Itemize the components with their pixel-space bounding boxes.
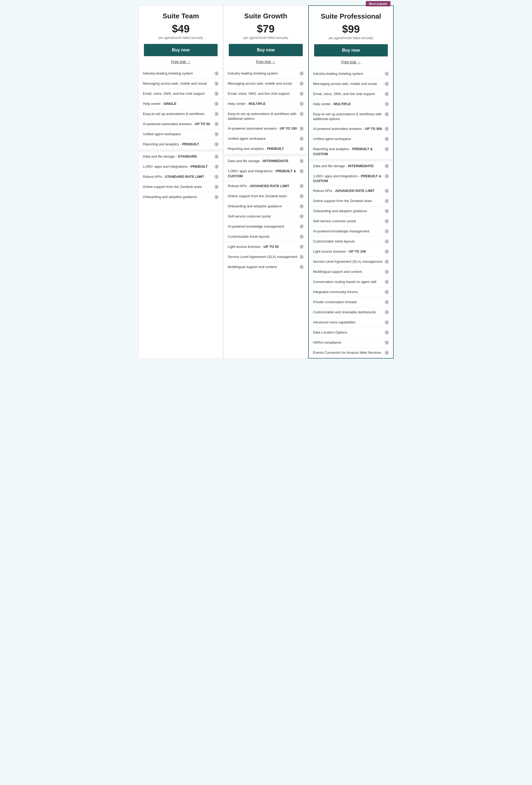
info-icon[interactable]: i (299, 147, 304, 151)
info-icon[interactable]: i (384, 127, 389, 131)
feature-item: Robust APIs - STANDARD RATE LIMIT i (139, 172, 223, 182)
info-icon[interactable]: i (384, 239, 389, 244)
info-icon[interactable]: i (299, 184, 304, 188)
info-icon[interactable]: i (384, 147, 389, 151)
info-icon[interactable]: i (384, 280, 389, 284)
info-icon[interactable]: i (384, 72, 389, 76)
info-icon[interactable]: i (299, 92, 304, 96)
info-icon[interactable]: i (214, 154, 219, 159)
buy-button[interactable]: Buy now (144, 44, 218, 56)
info-icon[interactable]: i (214, 185, 219, 189)
free-trial-link[interactable]: Free trial → (171, 60, 190, 64)
info-icon[interactable]: i (384, 112, 389, 116)
feature-text: Robust APIs - ADVANCED RATE LIMIT (313, 188, 384, 193)
feature-item: Easy-to-set up automations & workflows i (139, 109, 223, 119)
info-icon[interactable]: i (299, 126, 304, 131)
info-icon[interactable]: i (384, 351, 389, 355)
feature-text: Email, voice, SMS, and live chat support (228, 91, 299, 96)
feature-item: Conversation routing based on agent skil… (309, 277, 393, 287)
feature-text: Unified agent workspace (143, 132, 214, 136)
feature-item: Light access licenses - UP TO 50 i (223, 242, 308, 252)
feature-item: Service Level Agreement (SLA) management… (223, 252, 308, 262)
info-icon[interactable]: i (384, 340, 389, 345)
feature-text: Robust APIs - STANDARD RATE LIMIT (143, 174, 214, 179)
feature-text: Data Location Options (313, 330, 384, 335)
info-icon[interactable]: i (299, 265, 304, 269)
info-icon[interactable]: i (214, 81, 219, 86)
feature-divider (139, 150, 223, 152)
info-icon[interactable]: i (384, 310, 389, 314)
plan-billing: per agent/month billed annually (314, 36, 388, 40)
feature-text: Private conversation threads (313, 300, 384, 305)
feature-item: Online support from the Zendesk team i (309, 196, 393, 206)
info-icon[interactable]: i (214, 71, 219, 76)
free-trial-link[interactable]: Free trial → (341, 60, 361, 64)
info-icon[interactable]: i (384, 270, 389, 274)
free-trial-link[interactable]: Free trial → (256, 60, 275, 64)
info-icon[interactable]: i (299, 234, 304, 239)
info-icon[interactable]: i (214, 195, 219, 199)
info-icon[interactable]: i (384, 219, 389, 223)
info-icon[interactable]: i (384, 189, 389, 193)
info-icon[interactable]: i (214, 122, 219, 126)
info-icon[interactable]: i (299, 224, 304, 229)
feature-item: Self-service customer portal i (223, 212, 308, 222)
info-icon[interactable]: i (384, 92, 389, 96)
info-icon[interactable]: i (299, 136, 304, 141)
info-icon[interactable]: i (299, 255, 304, 259)
info-icon[interactable]: i (299, 102, 304, 106)
feature-text: 1,000+ apps and integrations - PREBUILT (143, 164, 214, 169)
feature-item: HIPAA compliance i (309, 338, 393, 348)
info-icon[interactable]: i (384, 174, 389, 178)
info-icon[interactable]: i (299, 112, 304, 116)
plan-price: $99 (314, 23, 388, 35)
info-icon[interactable]: i (384, 300, 389, 304)
feature-item: 1,000+ apps and integrations - PREBUILT … (139, 162, 223, 172)
info-icon[interactable]: i (214, 92, 219, 96)
info-icon[interactable]: i (299, 169, 304, 173)
info-icon[interactable]: i (384, 320, 389, 325)
feature-text: Unified agent workspace (313, 136, 384, 141)
info-icon[interactable]: i (299, 81, 304, 86)
info-icon[interactable]: i (299, 194, 304, 198)
buy-button[interactable]: Buy now (229, 44, 302, 56)
info-icon[interactable]: i (384, 290, 389, 294)
info-icon[interactable]: i (299, 204, 304, 208)
info-icon[interactable]: i (299, 245, 304, 249)
plan-price: $49 (144, 23, 218, 35)
info-icon[interactable]: i (299, 214, 304, 219)
info-icon[interactable]: i (214, 102, 219, 106)
buy-button[interactable]: Buy now (314, 44, 388, 56)
info-icon[interactable]: i (384, 229, 389, 233)
info-icon[interactable]: i (384, 259, 389, 264)
info-icon[interactable]: i (214, 112, 219, 116)
feature-text: Messaging across web, mobile and social (143, 81, 214, 86)
info-icon[interactable]: i (299, 159, 304, 163)
info-icon[interactable]: i (299, 71, 304, 76)
feature-item: Onboarding and adoption guidance i (139, 192, 223, 202)
info-icon[interactable]: i (384, 82, 389, 86)
feature-text: Industry-leading ticketing system (143, 71, 214, 76)
plan-price: $79 (229, 23, 302, 35)
feature-text: Easy-to-set up automations & workflows w… (228, 111, 299, 121)
feature-list: Industry-leading ticketing system i Mess… (223, 69, 308, 358)
info-icon[interactable]: i (214, 132, 219, 136)
feature-item: Unified agent workspace i (223, 134, 308, 144)
feature-text: Email, voice, SMS, and live chat support (143, 91, 214, 96)
feature-item: Integrated community forums i (309, 287, 393, 297)
info-icon[interactable]: i (214, 175, 219, 179)
info-icon[interactable]: i (384, 199, 389, 203)
info-icon[interactable]: i (214, 142, 219, 146)
feature-item: Data and file storage - STANDARD i (139, 152, 223, 162)
info-icon[interactable]: i (384, 102, 389, 106)
info-icon[interactable]: i (384, 209, 389, 213)
info-icon[interactable]: i (214, 164, 219, 169)
plan-billing: per agent/month billed annually (144, 36, 218, 40)
info-icon[interactable]: i (384, 137, 389, 141)
info-icon[interactable]: i (384, 164, 389, 168)
info-icon[interactable]: i (384, 249, 389, 254)
info-icon[interactable]: i (384, 330, 389, 335)
feature-text: AI-powered automated answers - UP TO 50 (143, 122, 214, 126)
feature-item: Help center - SINGLE i (139, 99, 223, 109)
feature-text: Online support from the Zendesk team (313, 199, 384, 203)
